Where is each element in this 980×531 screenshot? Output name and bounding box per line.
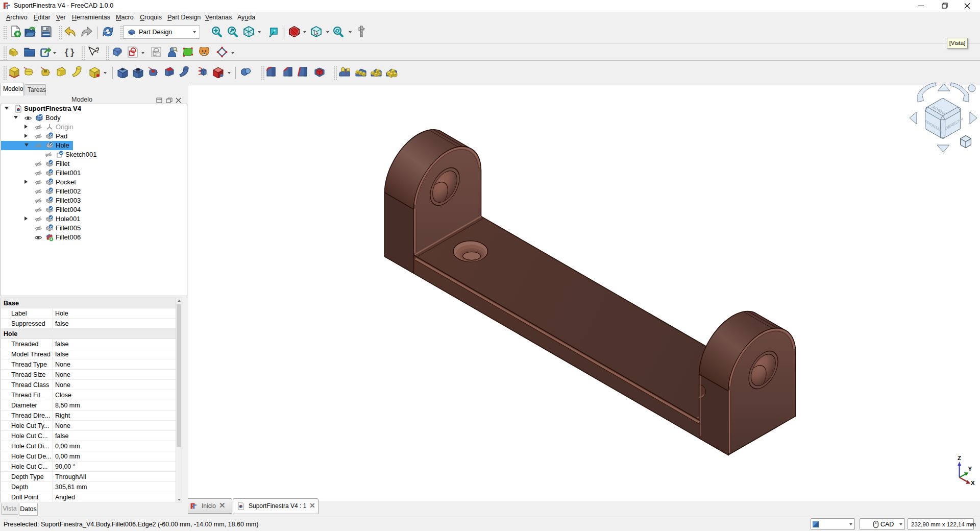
svg-text:?: ? (95, 46, 99, 54)
svg-text:{ }: { } (65, 46, 75, 57)
svg-text:Y: Y (968, 466, 972, 472)
svg-text:X: X (971, 480, 975, 485)
svg-text:Z: Z (958, 455, 961, 461)
